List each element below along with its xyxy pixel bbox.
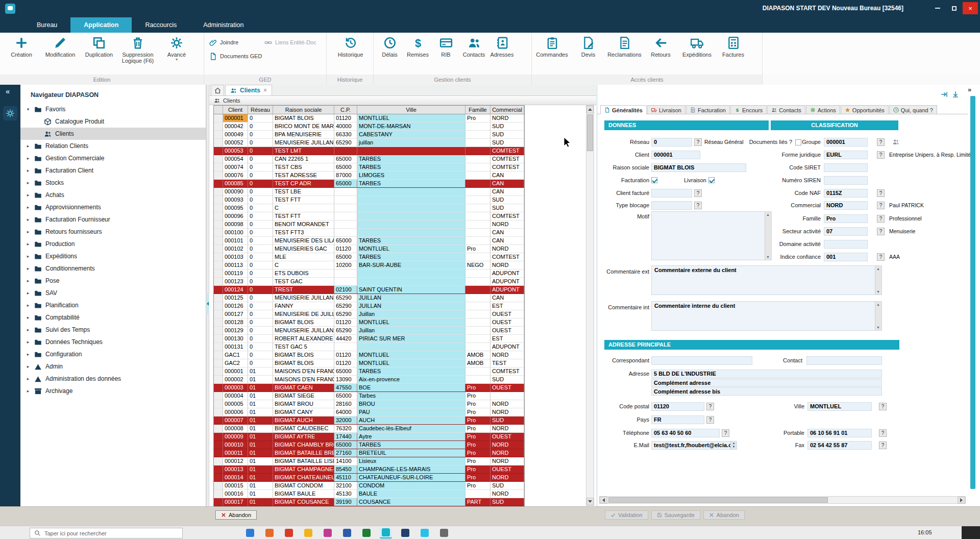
dock-down-icon[interactable] <box>952 91 959 98</box>
detail-tab-opportunites[interactable]: Opportunités <box>841 105 889 114</box>
column-header-raison-sociale[interactable]: Raison sociale <box>273 106 334 114</box>
domaine-activite-input[interactable] <box>824 240 868 249</box>
indice-confiance-lookup-button[interactable]: ? <box>877 253 885 261</box>
table-row[interactable]: 0000760TEST ADRESSE87000LIMOGESCAN <box>214 172 524 180</box>
ville-input[interactable]: MONTLUEL <box>807 402 872 411</box>
ribbon-button-joindre[interactable]: Joindre <box>209 37 238 48</box>
commercial-input[interactable]: NORD <box>824 201 868 210</box>
ribbon-button-suppression-logique[interactable]: Suppression Logique (F6) <box>118 34 157 64</box>
table-row[interactable]: 0001240TREST02100SAINT QUENTINADUPONT <box>214 286 524 294</box>
sidebar-item-relation-clients[interactable]: ▸Relation Clients <box>20 140 206 152</box>
forme-juridique-lookup-button[interactable]: ? <box>877 151 885 159</box>
column-header-selector[interactable] <box>214 106 223 114</box>
abandon-button[interactable]: Abandon <box>703 510 745 520</box>
sidebar-item-expeditions[interactable]: ▸Expéditions <box>20 250 206 262</box>
taskbar-app-5[interactable] <box>322 527 334 538</box>
portable-lookup-button[interactable]: ? <box>879 429 887 437</box>
tab-home[interactable] <box>211 85 224 95</box>
sidebar-item-administration-des-donnees[interactable]: ▸Administration des données <box>20 373 206 385</box>
code-postal-input[interactable]: 01120 <box>651 402 704 411</box>
commentaire-int-scrollbar[interactable]: ▲▼ <box>875 302 881 330</box>
commentaire-ext-scrollbar[interactable]: ▲▼ <box>875 266 881 295</box>
sidebar-item-archivage[interactable]: ▸Archivage <box>20 385 206 397</box>
scroll-thumb[interactable] <box>587 114 593 151</box>
secteur-activite-lookup-button[interactable]: ? <box>877 228 885 235</box>
adresse-input[interactable]: 5 BLD DE L'INDUSTRIE <box>651 370 882 378</box>
table-row[interactable]: 00001601BIGMAT BAULE45130BAULENORD <box>214 490 524 498</box>
sidebar-item-donnees-techniques[interactable]: ▸Données Techniques <box>20 336 206 348</box>
table-row[interactable]: 00000101MAISONS D'EN FRANCE65000TARBESCO… <box>214 368 524 376</box>
ribbon-button-rib[interactable]: RIB <box>432 34 460 58</box>
sidebar-item-facturation-fournisseur[interactable]: ▸Facturation Fournisseur <box>20 213 206 226</box>
scroll-left-button[interactable] <box>600 497 607 503</box>
motif-textarea[interactable]: ▲▼ <box>651 211 772 260</box>
sidebar-item-stocks[interactable]: ▸Stocks <box>20 177 206 189</box>
table-row[interactable]: 0001190ETS DUBOISADUPONT <box>214 270 524 278</box>
forme-juridique-input[interactable]: EURL <box>824 151 868 159</box>
ribbon-button-creation[interactable]: Création <box>2 34 41 58</box>
scroll-right-button[interactable] <box>958 497 965 503</box>
table-row[interactable]: 0001290MENUISERIE JUILLANAIS65290Juillan… <box>214 327 524 335</box>
table-row[interactable]: 00000601BIGMAT CANY64000PAUProNORD <box>214 408 524 416</box>
adresse-complement-input[interactable]: Complément adresse <box>651 379 882 387</box>
ribbon-button-reclamations[interactable]: Reclamations <box>606 34 643 58</box>
menu-administration[interactable]: Administration <box>190 17 257 33</box>
raison-sociale-input[interactable]: BIGMAT BLOIS <box>651 163 746 172</box>
column-header-famille[interactable]: Famille <box>465 106 491 114</box>
ribbon-button-adresses[interactable]: Adresses <box>488 34 516 58</box>
table-row[interactable]: GAC10BIGMAT BLOIS01120MONTLUELAMOBNORD <box>214 351 524 359</box>
code-naf-lookup-button[interactable]: ? <box>877 189 885 197</box>
table-row[interactable]: 00000201MAISONS D'EN FRANCE13090Aix-en-p… <box>214 376 524 384</box>
menu-bureau[interactable]: Bureau <box>23 17 70 33</box>
ribbon-button-modification[interactable]: Modification <box>41 34 80 58</box>
contact-input[interactable] <box>806 356 882 365</box>
close-button[interactable]: × <box>963 2 978 14</box>
detail-horizontal-scrollbar[interactable] <box>599 496 966 504</box>
code-siret-input[interactable] <box>824 163 868 172</box>
table-abandon-button[interactable]: Abandon <box>215 510 257 520</box>
portable-input[interactable]: 06 10 56 91 01 <box>807 429 872 437</box>
table-row[interactable]: 00001101BIGMAT BATAILLE BRET27160BRETEUI… <box>214 449 524 457</box>
table-row[interactable]: 00000901BIGMAT AYTRE17440AytreProOUEST <box>214 433 524 441</box>
dock-right-icon[interactable] <box>941 91 948 98</box>
column-header-r-seau[interactable]: Réseau <box>248 106 273 114</box>
table-row[interactable]: 0001250MENUISERIE JUILLANAIS65290JUILLAN… <box>214 294 524 302</box>
table-row[interactable]: 00000301BIGMAT CAEN47550BOEProOUEST <box>214 384 524 392</box>
table-row[interactable]: 00000801BIGMAT CAUDEBEC76320Caudebec-lès… <box>214 425 524 433</box>
ribbon-button-avance[interactable]: Avancé▾ <box>157 34 196 62</box>
type-blocage-lookup-button[interactable]: ? <box>694 202 702 209</box>
pays-input[interactable]: FR <box>651 415 704 424</box>
sidebar-item-favoris[interactable]: ▾Favoris <box>20 103 206 115</box>
table-vertical-scrollbar[interactable] <box>586 105 594 506</box>
table-row[interactable]: 0000540CAN 22265 165000TARBESCOMTEST <box>214 155 524 163</box>
table-row[interactable]: 0000930TEST FTTSUD <box>214 196 524 204</box>
sidebar-item-achats[interactable]: ▸Achats <box>20 189 206 201</box>
groupe-lookup-button[interactable]: ? <box>877 138 885 146</box>
table-row[interactable]: 0001300ROBERT ALEXANDRE EI44420PIRIAC SU… <box>214 335 524 343</box>
ribbon-button-factures[interactable]: Factures <box>715 34 751 58</box>
livraison-checkbox[interactable] <box>708 177 715 183</box>
correspondant-input[interactable] <box>651 356 752 365</box>
ribbon-button-documents-ged[interactable]: Documents GED <box>209 51 262 62</box>
table-row[interactable]: 00001701BIGMAT COUSANCE39190COUSANCEPART… <box>214 498 524 506</box>
sidebar-item-facturation-client[interactable]: ▸Facturation Client <box>20 164 206 177</box>
table-row[interactable]: 0001270MENUISERIE DE JUILLAN65290Juillan… <box>214 310 524 318</box>
sidebar-item-production[interactable]: ▸Production <box>20 238 206 250</box>
taskbar-search-box[interactable]: Taper ici pour rechercher <box>30 528 183 538</box>
client-input[interactable]: 000001 <box>651 151 700 159</box>
taskbar-app-9[interactable] <box>399 527 411 538</box>
code-naf-input[interactable]: 0115Z <box>824 189 868 198</box>
table-row[interactable]: 00001301BIGMAT CHAMPAGNE-LE85450CHAMPAGN… <box>214 465 524 474</box>
table-row[interactable]: 0001020MENUISERIES GAC01120MONTLUELProNO… <box>214 245 524 253</box>
table-row[interactable]: 00000401BIGMAT SIEGE65000TarbesPro <box>214 392 524 400</box>
famille-lookup-button[interactable]: ? <box>877 215 885 223</box>
table-row[interactable]: 0000740TEST CBS65000TARBESCOMTEST <box>214 163 524 172</box>
taskbar-app-2[interactable] <box>263 527 276 538</box>
scroll-up-button[interactable] <box>586 106 594 113</box>
code-postal-lookup-button[interactable]: ? <box>706 403 714 410</box>
commentaire-ext-textarea[interactable]: Commentaire externe du client ▲▼ <box>651 265 882 295</box>
ribbon-button-contacts[interactable]: Contacts <box>460 34 488 58</box>
client-facture-lookup-button[interactable]: ? <box>694 189 702 197</box>
table-row[interactable]: 0001030MLE65000TARBESCOMTEST <box>214 253 524 261</box>
facturation-checkbox[interactable] <box>651 177 657 183</box>
